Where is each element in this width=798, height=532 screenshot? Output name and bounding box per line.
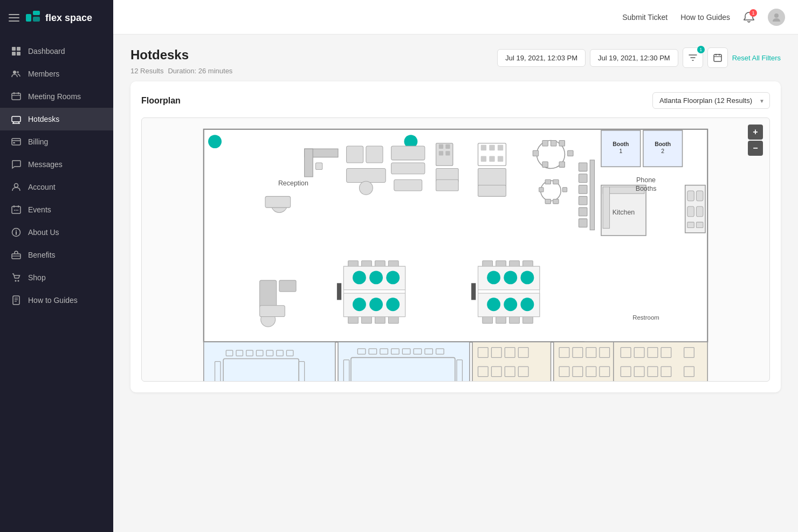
- svg-point-24: [14, 210, 15, 211]
- page-title-area: Hotdesks 12 Results Duration: 26 minutes: [130, 47, 232, 75]
- user-avatar[interactable]: [768, 9, 785, 26]
- billing-label: Billing: [28, 137, 48, 146]
- svg-rect-75: [551, 141, 556, 146]
- floorplan-select-wrapper: Atlanta Floorplan (12 Results): [652, 92, 770, 109]
- svg-rect-109: [696, 191, 703, 201]
- svg-point-135: [386, 298, 400, 311]
- sidebar-item-hotdesks[interactable]: Hotdesks: [0, 108, 113, 130]
- date-start-button[interactable]: Jul 19, 2021, 12:03 PM: [497, 49, 586, 67]
- svg-rect-123: [348, 317, 359, 323]
- svg-rect-92: [579, 185, 587, 194]
- svg-rect-6: [17, 52, 20, 56]
- svg-point-152: [504, 298, 517, 311]
- topbar-how-to-guides-link[interactable]: How to Guides: [680, 13, 730, 22]
- svg-rect-4: [17, 47, 20, 51]
- date-end-button[interactable]: Jul 19, 2021, 12:30 PM: [590, 49, 678, 67]
- sidebar-item-messages[interactable]: Messages: [0, 153, 113, 176]
- sidebar-item-about-us[interactable]: About Us: [0, 221, 113, 244]
- svg-text:Booth: Booth: [655, 141, 671, 147]
- svg-rect-110: [687, 206, 694, 217]
- svg-rect-143: [510, 317, 520, 323]
- notification-button[interactable]: 1: [743, 11, 755, 23]
- floorplan-header: Floorplan Atlanta Floorplan (12 Results): [141, 92, 770, 109]
- svg-point-7: [13, 71, 16, 74]
- sidebar-item-benefits[interactable]: Benefits: [0, 244, 113, 266]
- floorplan-card: Floorplan Atlanta Floorplan (12 Results)…: [130, 81, 781, 392]
- reset-filters-link[interactable]: Reset All Filters: [732, 54, 781, 62]
- results-count: 12 Results: [130, 67, 163, 75]
- meeting-rooms-label: Meeting Rooms: [28, 92, 81, 101]
- sidebar-item-events[interactable]: Events: [0, 198, 113, 221]
- logo-area: flex space: [25, 10, 92, 26]
- svg-rect-53: [391, 146, 425, 160]
- submit-ticket-link[interactable]: Submit Ticket: [622, 13, 668, 22]
- svg-rect-93: [579, 196, 587, 205]
- svg-rect-145: [471, 283, 476, 300]
- svg-text:Small: Small: [254, 380, 273, 381]
- filter-button[interactable]: 1: [683, 47, 703, 68]
- sidebar-item-members[interactable]: Members: [0, 63, 113, 85]
- svg-rect-99: [603, 187, 609, 229]
- sidebar-item-shop[interactable]: Shop: [0, 266, 113, 289]
- svg-rect-65: [481, 145, 486, 150]
- restroom-label: Restroom: [632, 314, 659, 321]
- svg-rect-51: [347, 168, 386, 182]
- members-label: Members: [28, 70, 59, 78]
- menu-toggle-icon[interactable]: [9, 14, 19, 22]
- svg-rect-63: [436, 179, 459, 191]
- svg-rect-114: [260, 280, 277, 308]
- zoom-out-button[interactable]: −: [748, 141, 763, 156]
- svg-rect-141: [483, 317, 493, 323]
- svg-point-26: [17, 210, 18, 211]
- account-icon: [11, 182, 22, 192]
- svg-rect-55: [394, 179, 422, 191]
- svg-rect-112: [687, 222, 694, 227]
- svg-rect-87: [553, 199, 559, 204]
- svg-rect-0: [26, 14, 31, 22]
- svg-point-29: [16, 230, 17, 231]
- meeting-rooms-icon: [11, 91, 22, 102]
- sidebar-item-dashboard[interactable]: Dashboard: [0, 40, 113, 63]
- svg-point-130: [353, 271, 366, 284]
- floorplan-select[interactable]: Atlanta Floorplan (12 Results): [652, 92, 770, 109]
- svg-rect-79: [542, 162, 548, 167]
- sidebar-item-account[interactable]: Account: [0, 176, 113, 198]
- svg-point-134: [369, 298, 383, 311]
- svg-rect-124: [362, 317, 372, 323]
- sidebar-item-how-to-guides[interactable]: How to Guides: [0, 289, 113, 312]
- svg-rect-49: [347, 146, 363, 163]
- duration: Duration: 26 minutes: [168, 67, 232, 75]
- shop-label: Shop: [28, 273, 46, 282]
- svg-rect-67: [498, 145, 503, 150]
- sidebar-item-meeting-rooms[interactable]: Meeting Rooms: [0, 85, 113, 108]
- svg-point-52: [359, 181, 373, 195]
- svg-rect-9: [12, 93, 20, 100]
- svg-rect-95: [579, 219, 587, 227]
- svg-point-133: [353, 298, 366, 311]
- dashboard-label: Dashboard: [28, 47, 65, 56]
- sidebar-item-billing[interactable]: Billing: [0, 130, 113, 153]
- about-us-label: About Us: [28, 228, 59, 237]
- svg-rect-94: [579, 208, 587, 216]
- svg-point-149: [504, 271, 517, 284]
- svg-rect-113: [696, 222, 703, 227]
- svg-point-151: [487, 298, 500, 311]
- sidebar-header: flex space: [0, 0, 113, 36]
- zoom-in-button[interactable]: +: [748, 125, 763, 140]
- sidebar-nav: Dashboard Members Meeting Rooms Hotdesks: [0, 36, 113, 532]
- kitchen-label: Kitchen: [613, 209, 635, 216]
- svg-rect-66: [489, 145, 494, 150]
- svg-text:Booths: Booths: [636, 185, 657, 192]
- svg-rect-19: [13, 142, 15, 143]
- about-us-icon: [11, 227, 22, 238]
- calendar-button[interactable]: [707, 47, 728, 68]
- dashboard-icon: [11, 46, 22, 57]
- filter-icon: [689, 53, 697, 62]
- svg-rect-74: [542, 141, 548, 146]
- svg-rect-90: [579, 163, 587, 171]
- how-to-guides-label: How to Guides: [28, 296, 78, 305]
- svg-rect-85: [562, 188, 567, 192]
- svg-rect-127: [337, 283, 341, 300]
- benefits-label: Benefits: [28, 251, 56, 259]
- svg-rect-60: [439, 151, 443, 155]
